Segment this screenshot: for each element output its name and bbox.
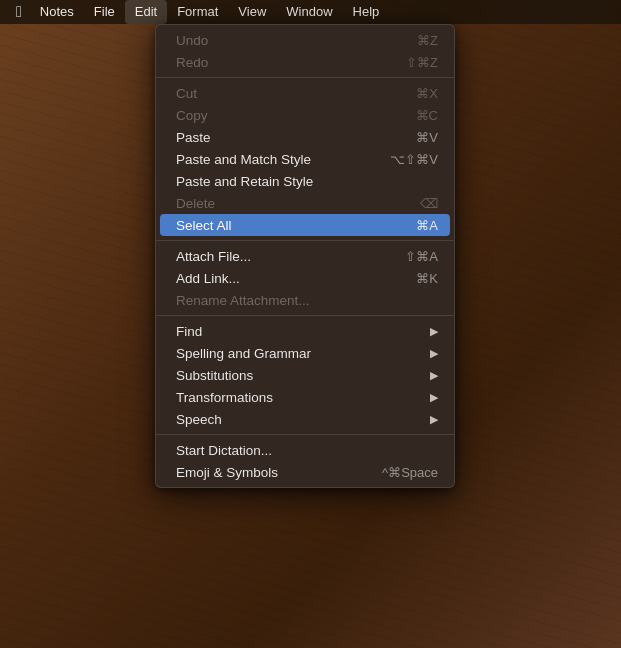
edit-menu-dropdown: Undo ⌘Z Redo ⇧⌘Z Cut ⌘X Copy ⌘C Paste ⌘V… [155,24,455,488]
separator-4 [156,434,454,435]
find-arrow-icon: ▶ [430,325,438,338]
menu-item-attach-file[interactable]: Attach File... ⇧⌘A [156,245,454,267]
menu-item-paste-retain-label: Paste and Retain Style [176,174,418,189]
menu-item-undo-shortcut: ⌘Z [417,33,438,48]
menu-item-copy[interactable]: Copy ⌘C [156,104,454,126]
menu-item-paste-match[interactable]: Paste and Match Style ⌥⇧⌘V [156,148,454,170]
menu-item-attach-file-label: Attach File... [176,249,385,264]
menu-item-add-link[interactable]: Add Link... ⌘K [156,267,454,289]
menubar-notes[interactable]: Notes [30,0,84,24]
menu-item-substitutions[interactable]: Substitutions ▶ [156,364,454,386]
menubar-window[interactable]: Window [276,0,342,24]
menu-item-cut-shortcut: ⌘X [416,86,438,101]
menu-item-cut[interactable]: Cut ⌘X [156,82,454,104]
separator-1 [156,77,454,78]
menu-item-copy-shortcut: ⌘C [416,108,438,123]
menu-item-redo-shortcut: ⇧⌘Z [406,55,438,70]
substitutions-arrow-icon: ▶ [430,369,438,382]
menu-item-paste-retain[interactable]: Paste and Retain Style [156,170,454,192]
menu-item-select-all-shortcut: ⌘A [416,218,438,233]
menu-item-spelling-grammar[interactable]: Spelling and Grammar ▶ [156,342,454,364]
menu-item-transformations[interactable]: Transformations ▶ [156,386,454,408]
menu-item-add-link-label: Add Link... [176,271,396,286]
menu-item-rename-attachment[interactable]: Rename Attachment... [156,289,454,311]
menu-item-add-link-shortcut: ⌘K [416,271,438,286]
menu-item-rename-attachment-label: Rename Attachment... [176,293,418,308]
menu-item-transformations-label: Transformations [176,390,430,405]
menu-item-select-all[interactable]: Select All ⌘A [160,214,450,236]
menu-item-emoji-symbols-label: Emoji & Symbols [176,465,362,480]
menu-item-undo-label: Undo [176,33,397,48]
menu-item-emoji-symbols-shortcut: ^⌘Space [382,465,438,480]
spelling-arrow-icon: ▶ [430,347,438,360]
menu-item-paste-label: Paste [176,130,396,145]
menu-item-start-dictation-label: Start Dictation... [176,443,418,458]
menu-item-spelling-grammar-label: Spelling and Grammar [176,346,430,361]
menubar:  Notes File Edit Format View Window Hel… [0,0,621,24]
menu-item-speech[interactable]: Speech ▶ [156,408,454,430]
menu-item-emoji-symbols[interactable]: Emoji & Symbols ^⌘Space [156,461,454,483]
menubar-edit[interactable]: Edit [125,0,167,24]
speech-arrow-icon: ▶ [430,413,438,426]
menu-item-select-all-label: Select All [176,218,396,233]
menu-item-attach-file-shortcut: ⇧⌘A [405,249,438,264]
menubar-view[interactable]: View [228,0,276,24]
menu-item-redo[interactable]: Redo ⇧⌘Z [156,51,454,73]
menu-item-paste-match-label: Paste and Match Style [176,152,370,167]
transformations-arrow-icon: ▶ [430,391,438,404]
menu-item-find-label: Find [176,324,430,339]
menu-item-delete-shortcut: ⌫ [420,196,438,211]
menubar-help[interactable]: Help [343,0,390,24]
menubar-file[interactable]: File [84,0,125,24]
menu-item-delete[interactable]: Delete ⌫ [156,192,454,214]
separator-3 [156,315,454,316]
menu-item-redo-label: Redo [176,55,386,70]
menu-item-start-dictation[interactable]: Start Dictation... [156,439,454,461]
menu-item-copy-label: Copy [176,108,396,123]
menu-item-substitutions-label: Substitutions [176,368,430,383]
menu-item-paste-shortcut: ⌘V [416,130,438,145]
menu-item-delete-label: Delete [176,196,400,211]
menubar-format[interactable]: Format [167,0,228,24]
menu-item-paste-match-shortcut: ⌥⇧⌘V [390,152,438,167]
menu-item-speech-label: Speech [176,412,430,427]
separator-2 [156,240,454,241]
menu-item-paste[interactable]: Paste ⌘V [156,126,454,148]
apple-menu-item[interactable]:  [8,0,30,24]
menu-item-find[interactable]: Find ▶ [156,320,454,342]
menu-item-undo[interactable]: Undo ⌘Z [156,29,454,51]
menu-item-cut-label: Cut [176,86,396,101]
